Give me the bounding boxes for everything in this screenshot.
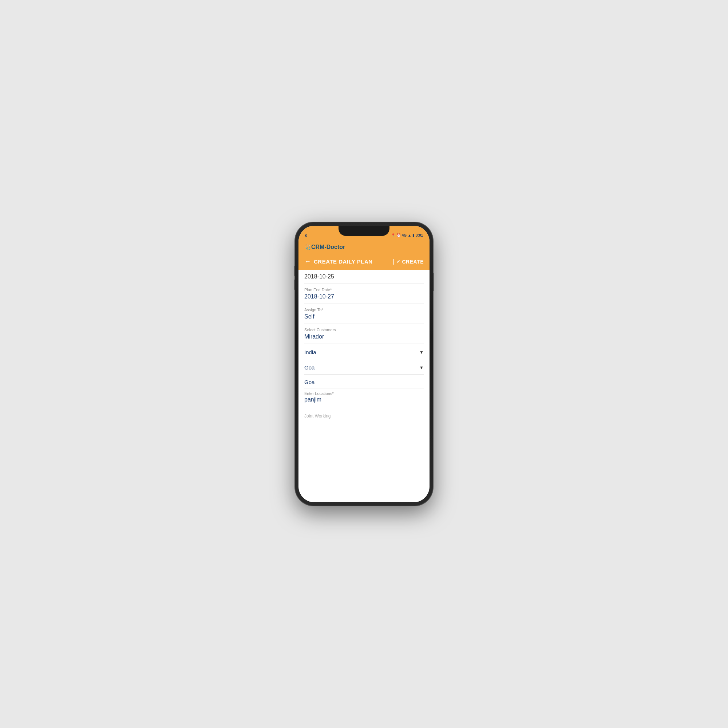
- city-value[interactable]: Goa: [304, 379, 315, 385]
- phone-frame: g 📍 ⏰ 4G ▲ ▮ 3:01 🩺 CRM-Doctor ← CREATE …: [295, 222, 433, 506]
- location-icon: 📍: [391, 233, 395, 237]
- alarm-icon: ⏰: [396, 233, 401, 237]
- battery-icon: ▮: [412, 233, 414, 237]
- back-button[interactable]: ←: [304, 258, 311, 265]
- state-dropdown-value: Goa: [304, 364, 315, 370]
- create-label: CREATE: [402, 259, 424, 265]
- toolbar: ← CREATE DAILY PLAN | ✓ CREATE: [298, 254, 430, 270]
- toolbar-left: ← CREATE DAILY PLAN: [304, 258, 373, 265]
- state-dropdown-arrow: ▼: [419, 365, 424, 370]
- logo-area: 🩺 CRM-Doctor: [304, 242, 424, 254]
- plan-start-date-value[interactable]: 2018-10-25: [304, 273, 424, 281]
- form-content: 2018-10-25 Plan End Date* 2018-10-27 Ass…: [298, 270, 430, 502]
- signal-icon: ▲: [408, 233, 411, 237]
- create-button[interactable]: ✓ CREATE: [396, 259, 424, 265]
- logo-icon: 🩺: [304, 244, 310, 250]
- country-dropdown-value: India: [304, 349, 316, 355]
- check-icon: ✓: [396, 259, 401, 264]
- status-right-area: 📍 ⏰ 4G ▲ ▮ 3:01: [391, 233, 423, 237]
- network-icon: 4G: [402, 233, 407, 237]
- select-customers-label: Select Customers: [304, 327, 424, 332]
- plan-end-date-value[interactable]: 2018-10-27: [304, 294, 424, 301]
- city-field: Goa: [304, 375, 424, 388]
- state-dropdown[interactable]: Goa ▼: [304, 359, 424, 375]
- assign-to-value[interactable]: Self: [304, 314, 424, 321]
- vol-down-button: [294, 280, 295, 290]
- vol-up-button: [294, 266, 295, 276]
- joint-working-label: Joint Working: [304, 410, 424, 421]
- time-display: 3:01: [416, 233, 423, 237]
- toolbar-divider: |: [393, 258, 394, 265]
- locations-field: Enter Locations* panjim: [304, 388, 424, 406]
- status-left-icon: g: [305, 233, 307, 237]
- country-dropdown[interactable]: India ▼: [304, 344, 424, 359]
- plan-end-date-label: Plan End Date*: [304, 288, 424, 292]
- logo-text: CRM-Doctor: [311, 244, 345, 251]
- plan-end-date-field: Plan End Date* 2018-10-27: [304, 284, 424, 304]
- plan-start-date-field: 2018-10-25: [304, 270, 424, 284]
- joint-working-field: Joint Working: [304, 406, 424, 423]
- country-dropdown-arrow: ▼: [419, 350, 424, 355]
- locations-label: Enter Locations*: [304, 391, 424, 396]
- power-button: [433, 273, 434, 291]
- toolbar-right: | ✓ CREATE: [393, 258, 424, 265]
- locations-value[interactable]: panjim: [304, 396, 424, 404]
- toolbar-title: CREATE DAILY PLAN: [314, 258, 373, 265]
- assign-to-label: Assign To*: [304, 307, 424, 312]
- phone-screen: g 📍 ⏰ 4G ▲ ▮ 3:01 🩺 CRM-Doctor ← CREATE …: [298, 226, 430, 502]
- assign-to-field: Assign To* Self: [304, 304, 424, 324]
- select-customers-value[interactable]: Mirador: [304, 333, 424, 341]
- notch: [338, 226, 390, 236]
- header-area: 🩺 CRM-Doctor: [298, 239, 430, 254]
- select-customers-field: Select Customers Mirador: [304, 324, 424, 344]
